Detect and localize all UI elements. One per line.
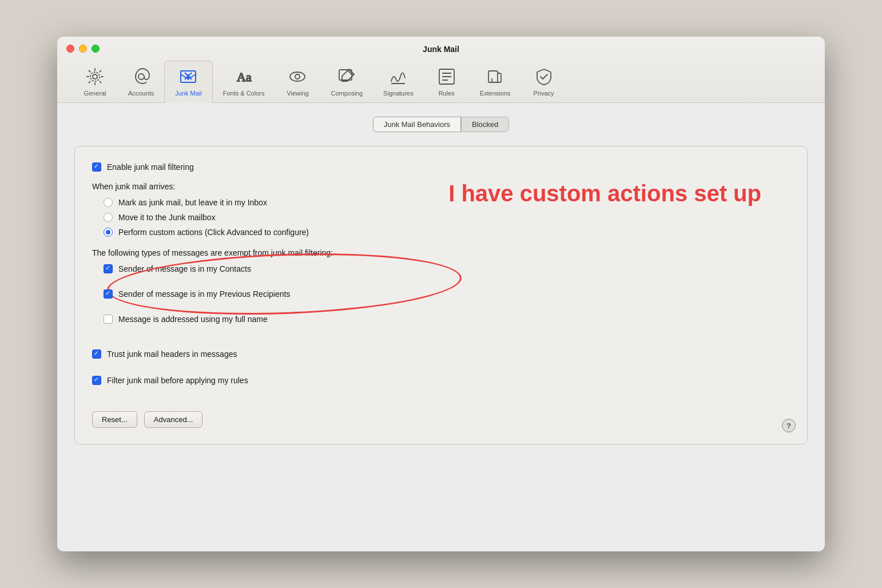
radio-group: Mark as junk mail, but leave it in my In… [104, 198, 790, 237]
toolbar-item-general[interactable]: General [72, 61, 118, 102]
signatures-icon [387, 66, 409, 88]
radio-row-mark: Mark as junk mail, but leave it in my In… [104, 198, 790, 207]
exempt-fullname-row: Message is addressed using my full name [104, 315, 790, 324]
toolbar-label-viewing: Viewing [287, 90, 308, 97]
toolbar-item-privacy[interactable]: Privacy [521, 61, 567, 102]
when-arrives-label: When junk mail arrives: [92, 182, 790, 191]
traffic-lights [66, 45, 100, 53]
radio-mark[interactable] [104, 198, 113, 207]
settings-panel: I have custom actions set up Enable junk… [74, 146, 808, 444]
svg-point-11 [295, 74, 300, 79]
reset-button[interactable]: Reset... [92, 411, 137, 428]
exempt-contacts-label: Sender of message is in my Contacts [118, 264, 251, 273]
radio-move[interactable] [104, 213, 113, 222]
svg-point-10 [290, 72, 305, 81]
rules-icon [436, 66, 458, 88]
content-area: Junk Mail Behaviors Blocked I have custo… [57, 103, 825, 551]
trust-headers-row: Trust junk mail headers in messages [92, 349, 790, 359]
exempt-previous-checkbox[interactable] [104, 289, 113, 299]
tab-junk-mail-behaviors[interactable]: Junk Mail Behaviors [373, 117, 461, 132]
filter-before-rules-label: Filter junk mail before applying my rule… [107, 376, 248, 385]
bottom-checkboxes: Trust junk mail headers in messages Filt… [92, 349, 790, 395]
toolbar-label-accounts: Accounts [128, 90, 154, 97]
privacy-icon [533, 66, 555, 88]
exempt-label: The following types of messages are exem… [92, 248, 790, 257]
enable-junk-filtering-checkbox[interactable] [92, 162, 101, 172]
radio-custom[interactable] [104, 228, 113, 237]
toolbar-item-junk-mail[interactable]: Junk Mail [164, 61, 212, 103]
trust-headers-checkbox[interactable] [92, 349, 101, 359]
exempt-contacts-checkbox[interactable] [104, 264, 113, 273]
radio-row-custom: Perform custom actions (Click Advanced t… [104, 228, 790, 237]
composing-icon [336, 66, 357, 88]
toolbar-item-viewing[interactable]: Viewing [275, 61, 320, 102]
toolbar-label-composing: Composing [331, 90, 363, 97]
viewing-icon [287, 66, 308, 88]
toolbar-label-rules: Rules [439, 90, 455, 97]
radio-row-move: Move it to the Junk mailbox [104, 213, 790, 222]
toolbar-label-extensions: Extensions [480, 90, 511, 97]
bottom-buttons: Reset... Advanced... [92, 411, 790, 428]
enable-junk-filtering-row: Enable junk mail filtering [92, 162, 790, 172]
toolbar-item-accounts[interactable]: Accounts [118, 61, 164, 102]
help-button[interactable]: ? [782, 419, 796, 432]
exempt-contacts-row: Sender of message is in my Contacts [104, 264, 790, 273]
toolbar-item-fonts-colors[interactable]: Aa Fonts & Colors [213, 61, 275, 102]
gear-icon [84, 66, 106, 88]
extensions-icon [484, 66, 506, 88]
toolbar-label-signatures: Signatures [383, 90, 414, 97]
main-window: Junk Mail General [57, 37, 825, 551]
svg-point-0 [93, 74, 97, 79]
svg-rect-19 [488, 71, 498, 82]
toolbar-item-signatures[interactable]: Signatures [373, 61, 424, 102]
exempt-previous-row: Sender of message is in my Previous Reci… [104, 289, 790, 299]
radio-move-label: Move it to the Junk mailbox [118, 213, 216, 222]
svg-text:Aa: Aa [237, 70, 252, 84]
toolbar-item-rules[interactable]: Rules [424, 61, 470, 102]
radio-custom-label: Perform custom actions (Click Advanced t… [118, 228, 309, 237]
exempt-previous-label: Sender of message is in my Previous Reci… [118, 289, 290, 299]
filter-before-rules-checkbox[interactable] [92, 376, 101, 385]
advanced-button[interactable]: Advanced... [144, 411, 203, 428]
toolbar: General Accounts [66, 61, 816, 102]
toolbar-item-extensions[interactable]: Extensions [470, 61, 521, 102]
toolbar-label-junk-mail: Junk Mail [175, 90, 201, 97]
titlebar: Junk Mail General [57, 37, 825, 103]
exempt-group: Sender of message is in my Contacts Send… [104, 264, 790, 334]
tab-blocked[interactable]: Blocked [461, 117, 509, 132]
trust-headers-label: Trust junk mail headers in messages [107, 349, 237, 359]
radio-mark-label: Mark as junk mail, but leave it in my In… [118, 198, 267, 207]
toolbar-label-privacy: Privacy [533, 90, 554, 97]
svg-point-2 [138, 74, 144, 80]
minimize-button[interactable] [79, 45, 87, 53]
window-title: Junk Mail [423, 45, 459, 54]
tabs-row: Junk Mail Behaviors Blocked [74, 117, 808, 132]
zoom-button[interactable] [92, 45, 100, 53]
junk-mail-icon [177, 66, 199, 88]
toolbar-label-general: General [84, 90, 106, 97]
enable-junk-filtering-label: Enable junk mail filtering [107, 162, 194, 172]
filter-before-rules-row: Filter junk mail before applying my rule… [92, 376, 790, 385]
at-icon [130, 66, 152, 88]
toolbar-label-fonts-colors: Fonts & Colors [223, 90, 265, 97]
fonts-icon: Aa [233, 66, 255, 88]
toolbar-item-composing[interactable]: Composing [320, 61, 373, 102]
exempt-fullname-label: Message is addressed using my full name [118, 315, 268, 324]
exempt-fullname-checkbox[interactable] [104, 315, 113, 324]
svg-point-1 [90, 72, 100, 81]
close-button[interactable] [66, 45, 74, 53]
